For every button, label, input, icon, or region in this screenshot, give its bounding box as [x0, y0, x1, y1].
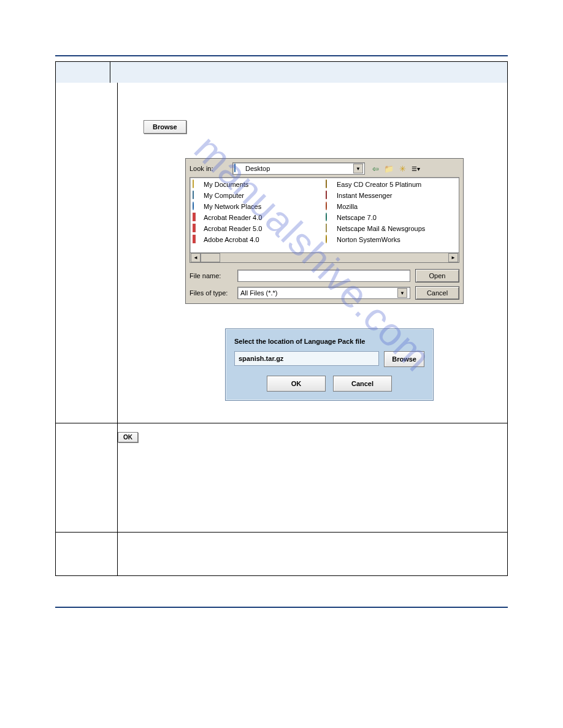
list-item[interactable]: My Documents [193, 179, 323, 189]
list-item[interactable]: Acrobat Reader 4.0 [193, 212, 323, 222]
files-of-type-value: All Files (*.*) [240, 289, 278, 297]
list-item[interactable]: My Computer [193, 190, 323, 200]
language-pack-ok-button[interactable]: OK [267, 376, 326, 392]
language-pack-panel: Select the location of Language Pack fil… [225, 328, 434, 401]
list-item[interactable]: Adobe Acrobat 4.0 [193, 234, 323, 245]
scroll-thumb[interactable] [201, 253, 220, 262]
table-row: manualshive.com Browse Look in: Desktop … [55, 83, 508, 423]
look-in-value: Desktop [245, 165, 270, 172]
scroll-left-icon[interactable]: ◄ [191, 253, 201, 262]
list-item[interactable]: Norton SystemWorks [326, 234, 456, 245]
language-pack-input[interactable]: spanish.tar.gz [234, 351, 379, 366]
list-item[interactable]: Netscape 7.0 [326, 212, 456, 222]
table-header [55, 61, 508, 83]
file-list[interactable]: My Documents My Computer My Network Plac… [190, 177, 459, 253]
cancel-button[interactable]: Cancel [415, 286, 459, 300]
pdf-icon [193, 235, 196, 243]
look-in-select[interactable]: Desktop ▼ [232, 162, 365, 175]
network-icon [193, 202, 194, 210]
new-folder-icon[interactable]: ✳ [397, 163, 408, 174]
list-item[interactable]: Mozilla [326, 201, 456, 211]
list-item[interactable]: Acrobat Reader 5.0 [193, 223, 323, 233]
up-folder-icon[interactable]: 📁 [383, 163, 394, 174]
look-in-label: Look in: [190, 165, 232, 172]
norton-icon [326, 235, 327, 243]
list-item[interactable]: Instant Messenger [326, 190, 456, 200]
list-item[interactable]: Easy CD Creator 5 Platinum [326, 179, 456, 189]
app-icon [326, 180, 327, 188]
top-rule [55, 55, 508, 56]
file-open-dialog: Look in: Desktop ▼ ⇦ 📁 ✳ ☰▾ [185, 158, 464, 304]
dropdown-icon[interactable]: ▼ [397, 288, 407, 298]
desktop-icon [234, 164, 236, 172]
browse-button[interactable]: Browse [144, 120, 186, 134]
pdf-icon [193, 213, 196, 221]
views-icon[interactable]: ☰▾ [410, 163, 421, 174]
horizontal-scrollbar[interactable]: ◄ ► [190, 253, 459, 263]
back-icon[interactable]: ⇦ [370, 163, 381, 174]
file-name-label: File name: [190, 272, 232, 279]
mozilla-icon [326, 202, 327, 210]
computer-icon [193, 191, 194, 199]
language-pack-cancel-button[interactable]: Cancel [333, 376, 392, 392]
bottom-rule [55, 607, 508, 608]
pdf-icon [193, 224, 196, 232]
language-pack-title: Select the location of Language Pack fil… [234, 338, 424, 345]
list-item[interactable]: My Network Places [193, 201, 323, 211]
open-button[interactable]: Open [415, 269, 459, 282]
language-pack-browse-button[interactable]: Browse [384, 351, 424, 367]
list-item[interactable]: Netscape Mail & Newsgroups [326, 223, 456, 233]
table-row [55, 533, 508, 576]
folder-icon [193, 180, 194, 188]
app-icon [326, 191, 327, 199]
mail-icon [326, 224, 327, 232]
files-of-type-label: Files of type: [190, 289, 232, 297]
netscape-icon [326, 213, 327, 221]
file-name-input[interactable] [237, 270, 410, 282]
dropdown-icon[interactable]: ▼ [353, 164, 363, 173]
ok-button[interactable]: OK [118, 432, 138, 442]
scroll-right-icon[interactable]: ► [448, 253, 458, 262]
files-of-type-select[interactable]: All Files (*.*) ▼ [237, 287, 410, 299]
table-row: OK [55, 423, 508, 533]
